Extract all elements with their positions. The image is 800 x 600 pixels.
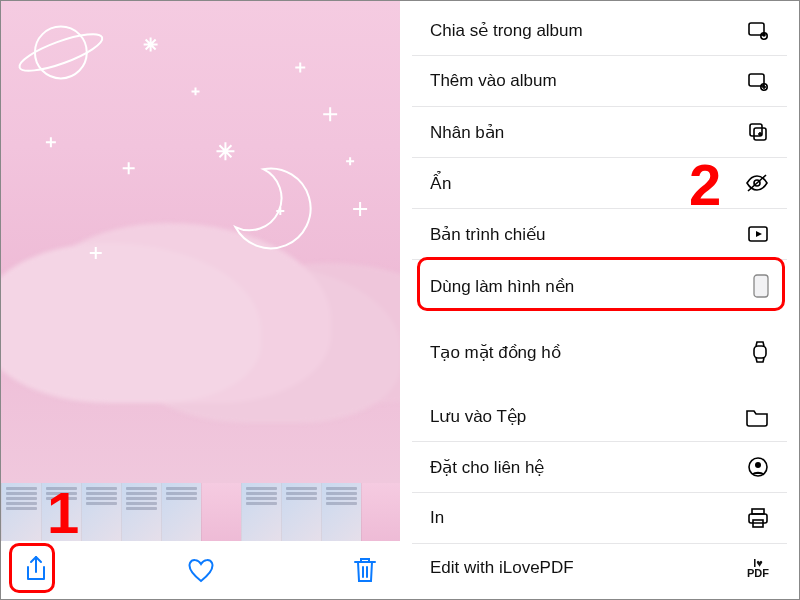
- thumbnail[interactable]: [121, 483, 161, 541]
- menu-group-3: Lưu vào Tệp Đặt cho liên hệ In Edit with…: [412, 392, 787, 592]
- thumbnail[interactable]: [321, 483, 361, 541]
- menu-label: Thêm vào album: [430, 71, 557, 91]
- menu-item-assign-contact[interactable]: Đặt cho liên hệ: [412, 442, 787, 493]
- svg-point-1: [16, 27, 106, 78]
- share-menu-panel: Chia sẻ trong album Thêm vào album Nhân …: [400, 1, 799, 599]
- menu-label: Chia sẻ trong album: [430, 20, 583, 41]
- svg-point-0: [35, 27, 87, 79]
- thumbnail-strip[interactable]: [1, 483, 400, 541]
- slideshow-icon: [747, 223, 769, 245]
- menu-group-1: Chia sẻ trong album Thêm vào album Nhân …: [412, 5, 787, 312]
- trash-icon: [352, 555, 378, 585]
- hide-icon: [745, 172, 769, 194]
- svg-point-4: [763, 34, 765, 36]
- duplicate-icon: [747, 121, 769, 143]
- folder-icon: [745, 407, 769, 427]
- thumbnail[interactable]: [241, 483, 281, 541]
- thumbnail[interactable]: [281, 483, 321, 541]
- app-container: Chia sẻ trong album Thêm vào album Nhân …: [1, 1, 799, 599]
- menu-item-ilovepdf[interactable]: Edit with iLovePDF I♥PDF: [412, 544, 787, 592]
- heart-icon: [186, 556, 216, 584]
- wallpaper-icon: [753, 274, 769, 298]
- bottom-toolbar: [1, 541, 400, 599]
- svg-rect-16: [749, 514, 767, 523]
- menu-label: Dùng làm hình nền: [430, 276, 574, 297]
- menu-item-add-album[interactable]: Thêm vào album: [412, 56, 787, 107]
- menu-item-wallpaper[interactable]: Dùng làm hình nền: [412, 260, 787, 312]
- menu-item-print[interactable]: In: [412, 493, 787, 544]
- thumbnail[interactable]: [1, 483, 41, 541]
- thumbnail-selected[interactable]: [201, 483, 241, 541]
- menu-item-slideshow[interactable]: Bản trình chiếu: [412, 209, 787, 260]
- menu-item-save-files[interactable]: Lưu vào Tệp: [412, 392, 787, 442]
- menu-label: Lưu vào Tệp: [430, 406, 526, 427]
- menu-label: Đặt cho liên hệ: [430, 457, 545, 478]
- svg-point-14: [755, 462, 761, 468]
- share-icon: [23, 555, 49, 585]
- menu-item-hide[interactable]: Ẩn: [412, 158, 787, 209]
- add-album-icon: [747, 70, 769, 92]
- photo-preview[interactable]: [1, 1, 400, 483]
- doodle-overlay: [1, 1, 400, 483]
- menu-label: Bản trình chiếu: [430, 224, 545, 245]
- menu-item-duplicate[interactable]: Nhân bản: [412, 107, 787, 158]
- watch-icon: [751, 340, 769, 364]
- menu-label: Ẩn: [430, 173, 451, 194]
- thumbnail[interactable]: [161, 483, 201, 541]
- menu-label: Tạo mặt đồng hồ: [430, 342, 561, 363]
- shared-album-icon: [747, 19, 769, 41]
- photo-viewer-panel: [1, 1, 400, 599]
- ilovepdf-icon: I♥PDF: [747, 558, 769, 578]
- menu-label: Nhân bản: [430, 122, 504, 143]
- thumbnail[interactable]: [361, 483, 400, 541]
- favorite-button[interactable]: [184, 553, 218, 587]
- thumbnail[interactable]: [41, 483, 81, 541]
- delete-button[interactable]: [348, 553, 382, 587]
- share-button[interactable]: [19, 553, 53, 587]
- menu-item-watch-face[interactable]: Tạo mặt đồng hồ: [412, 326, 787, 378]
- menu-group-2: Tạo mặt đồng hồ: [412, 326, 787, 378]
- menu-label: In: [430, 508, 444, 528]
- contact-icon: [747, 456, 769, 478]
- svg-rect-12: [754, 346, 766, 358]
- menu-label: Edit with iLovePDF: [430, 558, 574, 578]
- print-icon: [747, 507, 769, 529]
- menu-item-shared-album[interactable]: Chia sẻ trong album: [412, 5, 787, 56]
- thumbnail[interactable]: [81, 483, 121, 541]
- svg-rect-11: [754, 275, 768, 297]
